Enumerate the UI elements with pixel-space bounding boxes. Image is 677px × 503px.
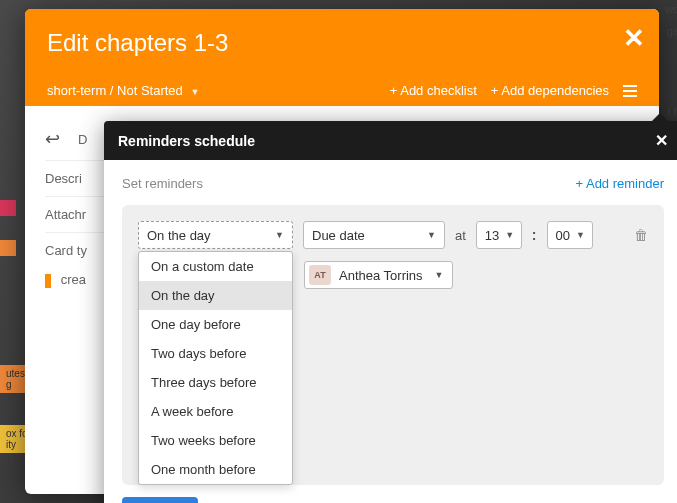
hour-select[interactable]: 13 ▼ xyxy=(476,221,522,249)
modal-close-button[interactable]: ✕ xyxy=(623,23,645,54)
assignee-name: Anthea Torrins xyxy=(339,268,423,283)
popover-title: Reminders schedule xyxy=(118,133,255,149)
when-option[interactable]: A week before xyxy=(139,397,292,426)
time-colon: : xyxy=(532,227,537,243)
body-heading-fragment: D xyxy=(78,132,87,147)
modal-title: Edit chapters 1-3 xyxy=(47,29,637,57)
assignee-chip[interactable]: AT Anthea Torrins ▼ xyxy=(304,261,453,289)
when-option[interactable]: One day before xyxy=(139,310,292,339)
avatar: AT xyxy=(309,265,331,285)
hour-value: 13 xyxy=(485,228,499,243)
breadcrumb-text: short-term / Not Started xyxy=(47,83,183,98)
more-menu-button[interactable] xyxy=(623,85,637,97)
when-option[interactable]: On the day xyxy=(139,281,292,310)
popover-close-button[interactable]: ✕ xyxy=(655,131,668,150)
when-option[interactable]: On a custom date xyxy=(139,252,292,281)
chevron-down-icon: ▼ xyxy=(190,87,199,97)
card-type-label: Card ty xyxy=(45,243,87,258)
chevron-down-icon: ▼ xyxy=(505,230,514,240)
edit-card-modal: Edit chapters 1-3 ✕ short-term / Not Sta… xyxy=(25,9,659,494)
when-dropdown: On a custom date On the day One day befo… xyxy=(138,251,293,485)
created-label: crea xyxy=(61,272,86,287)
bg-fragment: i fi xyxy=(668,105,677,117)
chevron-down-icon: ▼ xyxy=(275,230,284,240)
when-select[interactable]: On the day ▼ xyxy=(138,221,293,249)
delete-reminder-button[interactable]: 🗑 xyxy=(634,227,648,243)
add-reminder-button[interactable]: + Add reminder xyxy=(575,176,664,191)
chevron-down-icon: ▼ xyxy=(427,230,436,240)
attachments-label: Attachr xyxy=(45,207,86,222)
save-button[interactable]: Save xyxy=(122,497,198,503)
relative-to-select[interactable]: Due date ▼ xyxy=(303,221,445,249)
chevron-down-icon: ▼ xyxy=(576,230,585,240)
modal-header: Edit chapters 1-3 ✕ short-term / Not Sta… xyxy=(25,9,659,106)
reminder-config-box: On the day ▼ Due date ▼ at 13 ▼ : 00 xyxy=(122,205,664,485)
back-arrow-icon[interactable]: ↩ xyxy=(45,128,60,150)
when-option[interactable]: Three days before xyxy=(139,368,292,397)
status-color-bar xyxy=(45,274,51,288)
when-option[interactable]: Two weeks before xyxy=(139,426,292,455)
add-checklist-button[interactable]: + Add checklist xyxy=(390,83,477,98)
bg-fragment xyxy=(0,240,16,256)
bg-fragment xyxy=(0,200,16,216)
when-option[interactable]: One month before xyxy=(139,455,292,484)
popover-header: Reminders schedule ✕ xyxy=(104,121,677,160)
set-reminders-label: Set reminders xyxy=(122,176,203,191)
when-option[interactable]: Two days before xyxy=(139,339,292,368)
bg-fragment: wo xyxy=(665,3,677,15)
at-label: at xyxy=(455,228,466,243)
breadcrumb[interactable]: short-term / Not Started ▼ xyxy=(47,83,199,98)
when-select-value: On the day xyxy=(147,228,211,243)
bg-fragment: ga xyxy=(667,25,677,37)
description-label: Descri xyxy=(45,171,82,186)
minute-value: 00 xyxy=(556,228,570,243)
chevron-down-icon: ▼ xyxy=(435,270,444,280)
relative-to-value: Due date xyxy=(312,228,365,243)
minute-select[interactable]: 00 ▼ xyxy=(547,221,593,249)
reminders-popover: Reminders schedule ✕ Set reminders + Add… xyxy=(104,121,677,503)
add-dependencies-button[interactable]: + Add dependencies xyxy=(491,83,609,98)
